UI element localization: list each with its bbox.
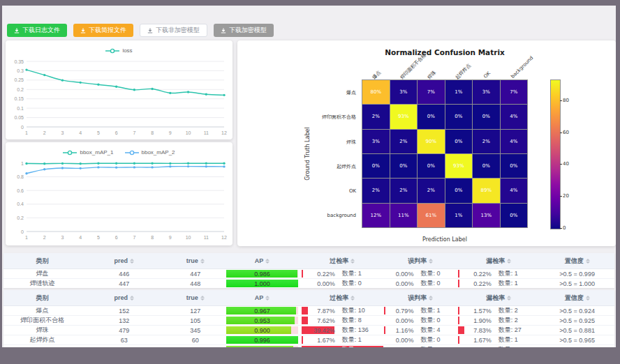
cell-mis: 0.00%数量: 0 [383,269,457,279]
column-header-mis[interactable]: 误判率 [383,290,457,306]
ap-bar: 1.000 [226,280,298,287]
legend-line-icon [63,150,77,156]
column-header-conf[interactable]: 置信度 [540,253,614,269]
sort-caret-icon[interactable] [429,296,433,301]
sort-caret-icon[interactable] [586,296,590,301]
cell-ap: 0.996 [223,335,301,345]
button-label: 下载简报文件 [89,26,126,35]
confusion-matrix-ylabel: Ground Truth Label [304,79,311,228]
metrics-tables: 类别predtrueAP过检率误判率漏检率置信度焊盘4464470.9860.2… [3,253,614,347]
svg-text:2: 2 [43,235,46,240]
matrix-row-label: background [272,213,356,218]
cell-category: 焊珠 [3,326,81,335]
toolbar: 下载日志文件下载简报文件下载非加密模型下载加密模型 [7,24,274,37]
column-header-mis[interactable]: 误判率 [383,253,457,269]
cell-pred: 479 [81,326,167,335]
sort-caret-icon[interactable] [130,296,134,301]
download-log-button[interactable]: 下载日志文件 [7,24,67,37]
svg-text:12: 12 [221,130,227,135]
matrix-row-label: 起焊炸点 [272,163,356,170]
column-header-over[interactable]: 过检率 [301,290,383,306]
cell-over: 7.87%数量: 10 [301,306,383,316]
map-chart-card: bbox_mAP_1bbox_mAP_2 00.20.40.60.8112345… [6,142,232,245]
matrix-cell: 0% [362,154,390,178]
sort-caret-icon[interactable] [350,296,355,301]
svg-text:0.2: 0.2 [17,87,24,92]
matrix-cell: 3% [473,80,500,104]
svg-text:0.1: 0.1 [17,106,24,111]
svg-text:0: 0 [21,125,24,130]
column-header-true[interactable]: true [168,290,224,306]
matrix-cell: 4% [501,130,528,153]
cell-pred: 447 [81,279,167,289]
matrix-cell: 0% [445,179,473,202]
sort-caret-icon[interactable] [200,259,205,264]
cell-ap: 0.929 [223,345,301,348]
column-header-miss[interactable]: 漏检率 [457,253,540,269]
download-plain-model-button[interactable]: 下载非加密模型 [140,24,207,37]
loss-chart: 00.050.10.150.20.250.30.3512345678910111… [6,56,232,139]
download-encrypted-model-button[interactable]: 下载加密模型 [214,24,274,37]
column-header-label: AP [255,294,264,301]
column-header-label: 漏检率 [486,257,505,266]
legend-item-bbox_mAP_2[interactable]: bbox_mAP_2 [125,149,175,156]
sort-caret-icon[interactable] [507,259,511,264]
sort-caret-icon[interactable] [586,259,590,264]
sort-caret-icon[interactable] [507,296,511,301]
cell-ap: 0.967 [223,306,301,316]
matrix-cell: 7% [418,80,445,104]
svg-text:4: 4 [79,130,82,135]
colorbar-tick-label: 40 [563,161,569,167]
sort-caret-icon[interactable] [265,259,270,264]
metrics-table: 类别predtrueAP过检率误判率漏检率置信度焊盘4464470.9860.2… [3,253,614,288]
column-header-true[interactable]: true [168,253,224,269]
svg-text:6: 6 [115,235,118,240]
sort-caret-icon[interactable] [265,296,270,301]
svg-text:10: 10 [186,130,191,135]
matrix-row-label: OK [272,188,356,194]
sort-caret-icon[interactable] [130,259,134,264]
column-header-pred[interactable]: pred [81,290,167,306]
column-header-ap[interactable]: AP [223,253,301,269]
column-header-conf[interactable]: 置信度 [540,290,614,306]
cell-true: 100 [168,345,224,348]
matrix-column-label: 起焊炸点 [454,62,473,81]
column-header-miss[interactable]: 漏检率 [457,290,540,306]
sort-caret-icon[interactable] [350,259,355,264]
cell-true: 447 [168,269,224,279]
cell-over: 0.00%数量: 0 [301,279,383,289]
svg-text:8: 8 [151,235,154,240]
button-label: 下载日志文件 [22,26,60,35]
svg-text:0.25: 0.25 [14,77,24,82]
legend-item-loss[interactable]: loss [105,47,132,54]
column-header-pred[interactable]: pred [81,253,167,269]
legend-label: loss [122,47,132,54]
sort-caret-icon[interactable] [429,259,433,264]
confusion-matrix-heatmap: 80%3%7%1%3%7%2%93%0%0%0%4%3%2%90%0%2%4%0… [362,79,528,228]
cell-true: 448 [168,279,224,289]
svg-text:3: 3 [61,235,64,240]
matrix-cell: 0% [445,130,473,153]
download-report-button[interactable]: 下载简报文件 [73,24,133,37]
column-header-over[interactable]: 过检率 [301,253,383,269]
svg-text:0.6: 0.6 [17,188,24,193]
legend-label: bbox_mAP_1 [80,149,113,156]
svg-text:5: 5 [97,235,100,240]
ap-bar: 0.929 [226,346,298,347]
matrix-cell: 2% [390,130,418,153]
confusion-matrix-card: Normalized Confusion Matrix 爆点焊印面积不合格焊珠起… [237,40,616,246]
legend-item-bbox_mAP_1[interactable]: bbox_mAP_1 [63,149,113,156]
matrix-cell: 4% [501,105,528,128]
colorbar-tick-label: 20 [563,193,569,199]
sort-caret-icon[interactable] [200,296,205,301]
svg-text:0.05: 0.05 [14,115,24,120]
matrix-cell: 0% [473,154,500,178]
cell-miss: 0.22%数量: 1 [457,279,540,289]
column-header-ap[interactable]: AP [223,290,301,306]
cell-conf: >0.5 = 0.924 [540,306,614,316]
matrix-column-label: background [510,55,534,79]
matrix-row-label: 爆点 [272,89,356,96]
svg-text:7: 7 [133,130,135,135]
cell-conf: >0.5 = 0.881 [540,326,614,335]
cell-ap: 0.986 [223,269,301,279]
